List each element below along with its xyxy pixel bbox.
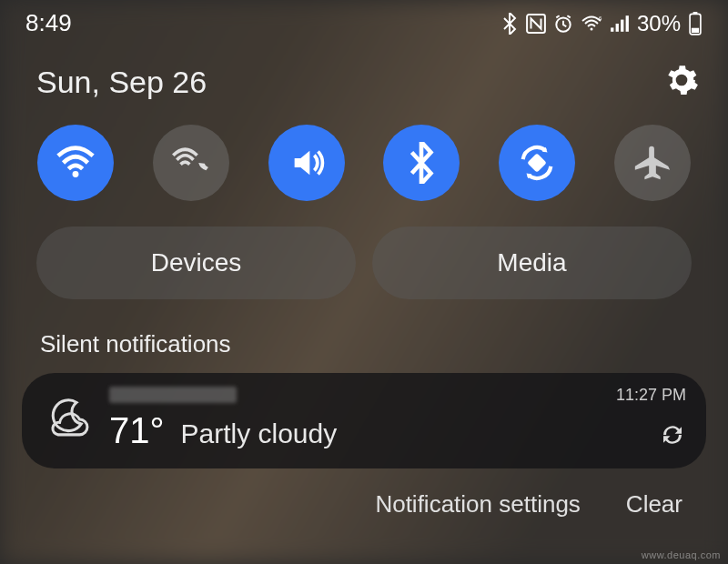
- devices-label: Devices: [151, 248, 242, 277]
- night-cloud-icon: [42, 397, 93, 442]
- notification-settings-button[interactable]: Notification settings: [375, 490, 580, 519]
- wifi-calling-toggle[interactable]: [153, 125, 229, 201]
- svg-rect-12: [527, 153, 547, 173]
- silent-notifications-header: Silent notifications: [0, 319, 728, 368]
- svg-point-11: [73, 171, 79, 177]
- media-label: Media: [497, 248, 566, 277]
- svg-text:6: 6: [599, 15, 602, 21]
- rotate-toggle[interactable]: [499, 125, 575, 201]
- clear-button[interactable]: Clear: [626, 490, 682, 519]
- weather-condition: Partly cloudy: [181, 418, 338, 449]
- clock: 8:49: [25, 9, 72, 37]
- svg-rect-7: [626, 15, 629, 32]
- airplane-toggle[interactable]: [614, 125, 691, 201]
- temperature: 71°: [109, 410, 165, 451]
- bluetooth-icon: [500, 13, 519, 35]
- media-button[interactable]: Media: [372, 227, 692, 299]
- date-label: Sun, Sep 26: [36, 65, 207, 100]
- settings-gear-button[interactable]: [664, 63, 699, 101]
- battery-text: 30%: [637, 11, 681, 36]
- notification-time: 11:27 PM: [616, 386, 686, 405]
- svg-point-2: [590, 27, 592, 30]
- svg-rect-6: [621, 19, 623, 31]
- devices-button[interactable]: Devices: [36, 227, 356, 299]
- sound-toggle[interactable]: [268, 125, 345, 201]
- svg-rect-10: [692, 27, 699, 32]
- svg-rect-5: [616, 24, 619, 32]
- bluetooth-toggle[interactable]: [383, 125, 460, 201]
- nfc-icon: [526, 14, 546, 34]
- wifi-toggle[interactable]: [37, 125, 114, 201]
- status-icons: 6 30%: [500, 11, 703, 36]
- wifi-icon: 6: [581, 15, 602, 33]
- battery-icon: [688, 12, 703, 35]
- weather-notification[interactable]: 71° Partly cloudy 11:27 PM: [22, 373, 706, 468]
- watermark: www.deuaq.com: [642, 549, 721, 560]
- signal-icon: [610, 15, 630, 32]
- alarm-icon: [553, 14, 573, 34]
- svg-rect-9: [693, 12, 698, 14]
- refresh-icon[interactable]: [659, 421, 686, 452]
- svg-rect-4: [611, 27, 613, 31]
- quick-settings-row: [0, 117, 728, 219]
- status-bar: 8:49 6 30%: [0, 0, 728, 43]
- app-name-redacted: [109, 387, 237, 403]
